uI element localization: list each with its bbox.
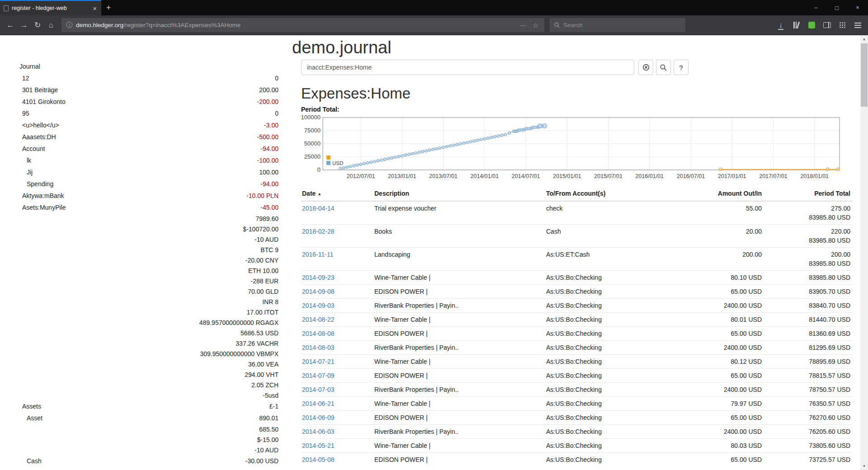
account-name[interactable]: <u>hello</u>: [19, 122, 59, 129]
transaction-date-link[interactable]: 2014-08-03: [302, 344, 335, 351]
window-close-button[interactable]: ×: [847, 0, 868, 15]
transaction-date-link[interactable]: 2014-06-09: [302, 414, 335, 421]
account-name[interactable]: Aaasets:DH: [19, 133, 56, 141]
column-header-date[interactable]: Date▲: [301, 187, 373, 201]
table-row[interactable]: 2014-08-08EDISON POWER |As:US:Bo:Checkin…: [301, 327, 852, 341]
extension-icon[interactable]: [805, 19, 818, 32]
table-row[interactable]: 2014-09-03RiverBank Properties | Payin..…: [301, 299, 852, 313]
account-name[interactable]: Jij: [19, 169, 33, 176]
table-row[interactable]: 2014-07-09EDISON POWER |As:US:Bo:Checkin…: [301, 369, 852, 383]
search-help-button[interactable]: ?: [674, 60, 689, 75]
account-name[interactable]: 12: [19, 75, 29, 82]
account-name[interactable]: lk: [19, 157, 31, 164]
back-icon[interactable]: ←: [4, 19, 17, 32]
sidebar-account-row[interactable]: Cash-30.00 USD: [19, 455, 278, 467]
table-row[interactable]: 2014-09-08EDISON POWER |As:US:Bo:Checkin…: [301, 285, 852, 299]
browser-search-input[interactable]: [563, 22, 681, 28]
screenshot-grid-icon[interactable]: [835, 19, 849, 32]
sidebar-account-row[interactable]: Account-94.00: [19, 143, 278, 155]
transaction-date-link[interactable]: 2014-07-09: [302, 372, 335, 379]
tab-register[interactable]: register - hledger-web ×: [0, 0, 101, 15]
download-icon[interactable]: ↓: [774, 19, 788, 32]
transaction-date-link[interactable]: 2014-09-23: [302, 274, 335, 281]
clear-search-button[interactable]: [638, 60, 653, 75]
sidebar-account-row[interactable]: <u>hello</u>-3.00: [19, 119, 278, 131]
table-row[interactable]: 2014-06-03RiverBank Properties | Payin..…: [301, 425, 852, 439]
account-name[interactable]: Asset: [19, 414, 42, 422]
transaction-date-link[interactable]: 2014-08-08: [302, 330, 335, 337]
page-actions-icon[interactable]: ⋯: [519, 22, 528, 29]
account-name[interactable]: 301 Beiträge: [19, 86, 58, 94]
transaction-date-link[interactable]: 2018-02-28: [302, 228, 335, 235]
table-row[interactable]: 2014-06-21Wine-Tarner Cable |As:US:Bo:Ch…: [301, 397, 852, 411]
account-name[interactable]: Assets: [19, 403, 41, 410]
transaction-amount: 2400.00 USD: [681, 341, 765, 355]
sidebar-account-row[interactable]: Aaasets:DH-500.00: [19, 131, 278, 143]
scroll-up-icon[interactable]: ▲: [860, 35, 868, 43]
sidebar-account-row[interactable]: 4101 Girokonto-200.00: [19, 96, 278, 108]
table-row[interactable]: 2014-06-09EDISON POWER |As:US:Bo:Checkin…: [301, 411, 852, 425]
library-icon[interactable]: [789, 19, 803, 32]
table-row[interactable]: 2014-09-23Wine-Tarner Cable |As:US:Bo:Ch…: [301, 271, 852, 285]
site-info-icon[interactable]: ⓘ: [66, 21, 72, 29]
account-name[interactable]: Aktywa:mBank: [19, 192, 64, 199]
table-row[interactable]: 2014-07-03RiverBank Properties | Payin..…: [301, 383, 852, 397]
transaction-date-link[interactable]: 2014-05-21: [302, 442, 335, 449]
sidebar-account-row[interactable]: 120: [19, 72, 278, 84]
account-name[interactable]: Asets:MunyPile: [19, 204, 66, 211]
table-row[interactable]: 2014-05-08EDISON POWER |As:US:Bo:Checkin…: [301, 453, 852, 467]
reload-icon[interactable]: ↻: [31, 19, 44, 32]
sidebar-journal-link[interactable]: Journal: [19, 61, 278, 72]
sidebar-toggle-icon[interactable]: [820, 19, 834, 32]
table-row[interactable]: 2018-02-28BooksCash20.00220.0083985.80 U…: [301, 225, 852, 248]
home-icon[interactable]: ⌂: [44, 19, 58, 32]
menu-icon[interactable]: [851, 19, 864, 32]
transaction-date-link[interactable]: 2016-11-11: [302, 251, 334, 258]
table-row[interactable]: 2014-08-22Wine-Tarner Cable |As:US:Bo:Ch…: [301, 313, 852, 327]
sidebar-account-row[interactable]: Asset890.01: [19, 412, 278, 424]
new-tab-button[interactable]: +: [101, 0, 116, 15]
tab-close-icon[interactable]: ×: [92, 5, 98, 12]
transaction-date-link[interactable]: 2014-06-03: [302, 428, 335, 435]
transaction-date-link[interactable]: 2014-09-03: [302, 302, 335, 309]
forward-icon[interactable]: →: [17, 19, 31, 32]
sidebar-account-row[interactable]: Asets:MunyPile-45.00: [19, 202, 278, 213]
account-name[interactable]: Cash: [19, 457, 42, 465]
table-row[interactable]: 2014-05-21Wine-Tarner Cable |As:US:Bo:Ch…: [301, 439, 852, 453]
sidebar-account-row[interactable]: 950: [19, 108, 278, 119]
sidebar-account-row[interactable]: 301 Beiträge200.00: [19, 84, 278, 96]
url-bar[interactable]: ⓘ demo.hledger.org/register?q=inacct%3AE…: [61, 18, 544, 32]
account-name[interactable]: Account: [19, 145, 45, 152]
sidebar-account-row[interactable]: Assets£-1: [19, 400, 278, 412]
transaction-date-link[interactable]: 2014-08-22: [302, 316, 335, 323]
table-row[interactable]: 2014-08-03RiverBank Properties | Payin..…: [301, 341, 852, 355]
sidebar-account-row[interactable]: Aktywa:mBank-10.00 PLN: [19, 190, 278, 202]
scrollbar-thumb[interactable]: [861, 43, 868, 107]
search-button[interactable]: [656, 60, 671, 75]
transaction-date-link[interactable]: 2014-06-21: [302, 400, 335, 407]
table-row[interactable]: 2016-11-11LandscapingAs:US:ET:Cash200.00…: [301, 248, 852, 271]
transaction-date-link[interactable]: 2014-07-21: [302, 358, 335, 365]
account-name[interactable]: 95: [19, 110, 29, 117]
transaction-date-link[interactable]: 2014-07-03: [302, 386, 335, 393]
window-maximize-button[interactable]: □: [826, 0, 847, 15]
table-row[interactable]: 2014-07-21Wine-Tarner Cable |As:US:Bo:Ch…: [301, 355, 852, 369]
sidebar-account-row[interactable]: lk-100.00: [19, 155, 278, 166]
window-minimize-button[interactable]: –: [806, 0, 826, 15]
search-query-input[interactable]: [301, 60, 634, 75]
sidebar-amount-row: -20.00 CNY: [19, 255, 278, 265]
sidebar-account-row[interactable]: Jij100.00: [19, 166, 278, 178]
sidebar-account-row[interactable]: Spending-94.00: [19, 178, 278, 190]
browser-search-bar[interactable]: [550, 18, 685, 32]
table-row[interactable]: 2018-04-14Trial expense vouchercheck55.0…: [301, 201, 852, 225]
account-name[interactable]: Spending: [19, 180, 53, 188]
account-balance: $-15.00: [257, 436, 278, 443]
transaction-date-link[interactable]: 2018-04-14: [302, 205, 335, 212]
vertical-scrollbar[interactable]: ▲ ▼: [860, 35, 868, 470]
account-balance: 294.00 VHT: [245, 371, 278, 378]
scroll-down-icon[interactable]: ▼: [860, 462, 868, 470]
transaction-date-link[interactable]: 2014-05-08: [302, 456, 335, 463]
account-name[interactable]: 4101 Girokonto: [19, 98, 66, 105]
transaction-date-link[interactable]: 2014-09-08: [302, 288, 335, 295]
bookmark-star-icon[interactable]: ☆: [531, 22, 540, 29]
